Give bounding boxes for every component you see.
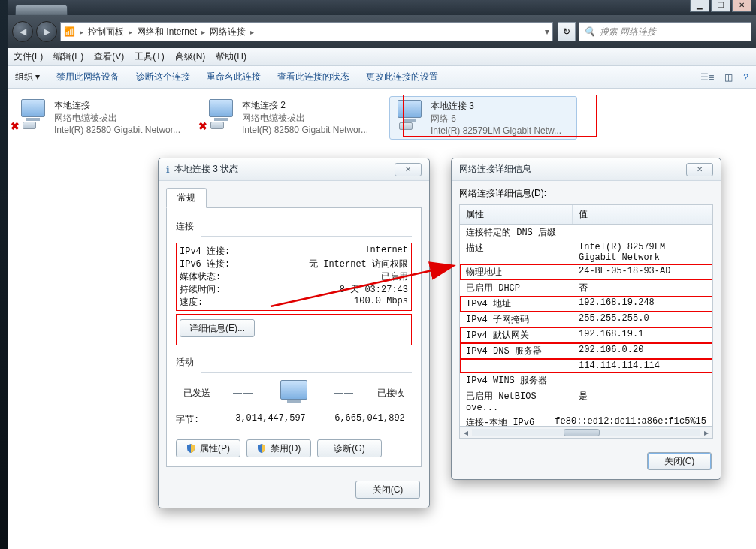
properties-button[interactable]: 属性(P) (176, 439, 240, 457)
col-value[interactable]: 值 (573, 205, 712, 224)
details-val: 24-BE-05-18-93-AD (573, 264, 712, 280)
menu-view[interactable]: 查看(V) (94, 50, 124, 63)
search-input[interactable]: 🔍 搜索 网络连接 (579, 22, 751, 41)
details-row[interactable]: IPv4 默认网关192.168.19.1 (460, 327, 712, 343)
row-val: 100.0 Mbps (270, 296, 408, 309)
details-heading: 网络连接详细信息(D): (459, 187, 713, 200)
connection-name: 本地连接 3 (431, 100, 561, 113)
tab-general[interactable]: 常规 (166, 188, 207, 208)
connection-item-selected[interactable]: 本地连接 3 网络 6 Intel(R) 82579LM Gigabit Net… (389, 96, 577, 140)
row-key: 持续时间: (180, 283, 270, 296)
connection-name: 本地连接 (54, 99, 180, 112)
horizontal-scrollbar[interactable]: ◂ ▸ (459, 427, 713, 439)
details-prop: IPv4 WINS 服务器 (460, 373, 573, 388)
close-button[interactable]: ✕ (732, 0, 751, 12)
details-prop: IPv4 DNS 服务器 (460, 343, 573, 359)
details-val: 255.255.255.0 (573, 312, 712, 327)
connection-item[interactable]: ✖ 本地连接 网络电缆被拔出 Intel(R) 82580 Gigabit Ne… (14, 96, 201, 140)
connection-status: 网络电缆被拔出 (242, 112, 368, 125)
bytes-label: 字节: (176, 413, 228, 426)
dash-icon: —— (233, 388, 254, 398)
scroll-right-icon[interactable]: ▸ (700, 427, 712, 438)
details-row[interactable]: IPv4 子网掩码255.255.255.0 (460, 312, 712, 327)
organize-button[interactable]: 组织 ▾ (15, 71, 40, 83)
dialog-titlebar[interactable]: ℹ 本地连接 3 状态 ✕ (159, 158, 429, 181)
details-row[interactable]: 连接特定的 DNS 后缀 (460, 225, 712, 240)
nav-forward-button[interactable]: ▶ (36, 21, 57, 42)
details-button[interactable]: 详细信息(E)... (180, 319, 255, 337)
menu-tools[interactable]: 工具(T) (135, 50, 164, 63)
chevron-icon: ▸ (201, 28, 205, 36)
details-row[interactable]: 物理地址24-BE-05-18-93-AD (460, 264, 712, 280)
unplugged-icon: ✖ (198, 120, 207, 132)
dialog-title: 本地连接 3 状态 (174, 163, 238, 176)
scroll-left-icon[interactable]: ◂ (460, 427, 472, 438)
details-row[interactable]: 114.114.114.114 (460, 359, 712, 373)
info-icon: ℹ (166, 164, 170, 175)
details-prop: 已启用 NetBIOS ove... (460, 388, 573, 415)
details-grid[interactable]: 连接特定的 DNS 后缀描述Intel(R) 82579LM Gigabit N… (459, 224, 713, 427)
cmd-status[interactable]: 查看此连接的状态 (277, 71, 349, 83)
activity-icon (277, 379, 311, 407)
shield-icon (186, 444, 195, 453)
details-row[interactable]: IPv4 地址192.168.19.248 (460, 296, 712, 312)
details-row[interactable]: 已启用 NetBIOS ove...是 (460, 388, 712, 415)
nav-back-button[interactable]: ◀ (12, 21, 33, 42)
connection-item[interactable]: ✖ 本地连接 2 网络电缆被拔出 Intel(R) 82580 Gigabit … (201, 96, 389, 140)
breadcrumb-item[interactable]: 网络和 Internet (137, 26, 197, 38)
address-bar: ◀ ▶ 📶 ▸ 控制面板 ▸ 网络和 Internet ▸ 网络连接 ▸ ▾ ↻… (8, 15, 756, 48)
details-row[interactable]: 描述Intel(R) 82579LM Gigabit Network (460, 240, 712, 264)
details-val (573, 225, 712, 240)
breadcrumb-item[interactable]: 网络连接 (210, 26, 246, 38)
menu-file[interactable]: 文件(F) (14, 50, 43, 63)
viewmode-button[interactable]: ☰≡ (700, 72, 714, 83)
nic-icon: ✖ (18, 99, 48, 129)
col-property[interactable]: 属性 (460, 205, 573, 224)
dropdown-icon[interactable]: ▾ (545, 26, 549, 37)
dialog-titlebar[interactable]: 网络连接详细信息 ✕ (452, 158, 721, 181)
diagnose-button[interactable]: 诊断(G) (317, 439, 382, 457)
address-input[interactable]: 📶 ▸ 控制面板 ▸ 网络和 Internet ▸ 网络连接 ▸ ▾ (60, 22, 553, 41)
row-val: 8 天 03:27:43 (270, 283, 408, 296)
menu-edit[interactable]: 编辑(E) (53, 50, 83, 63)
details-row[interactable]: 已启用 DHCP否 (460, 280, 712, 296)
details-row[interactable]: IPv4 WINS 服务器 (460, 373, 712, 388)
details-row[interactable]: 连接-本地 IPv6 地址fe80::ed12:dc11:a86e:f1c5%1… (460, 415, 712, 427)
disable-button[interactable]: 禁用(D) (246, 439, 311, 457)
tab-stub[interactable] (15, 5, 68, 15)
bytes-recv: 6,665,041,892 (328, 413, 412, 426)
details-val: 202.106.0.20 (573, 343, 712, 359)
close-button[interactable]: 关闭(C) (355, 481, 420, 499)
shield-icon (257, 444, 266, 453)
details-row[interactable]: IPv4 DNS 服务器202.106.0.20 (460, 343, 712, 359)
minimize-button[interactable]: ▁ (690, 0, 709, 12)
dialog-close-button[interactable]: ✕ (395, 163, 422, 176)
unplugged-icon: ✖ (11, 120, 20, 132)
connection-adapter: Intel(R) 82580 Gigabit Networ... (242, 125, 368, 135)
menu-advanced[interactable]: 高级(N) (175, 50, 206, 63)
breadcrumb-item[interactable]: 控制面板 (88, 26, 124, 38)
details-val: fe80::ed12:dc11:a86e:f1c5%15 (549, 415, 712, 427)
dialog-close-button[interactable]: ✕ (686, 163, 713, 176)
details-val: 否 (573, 280, 712, 296)
scroll-thumb[interactable] (564, 429, 600, 436)
preview-pane-button[interactable]: ◫ (724, 72, 733, 83)
cmd-diagnose[interactable]: 诊断这个连接 (136, 71, 190, 83)
refresh-button[interactable]: ↻ (558, 22, 576, 41)
row-key: IPv4 连接: (180, 245, 270, 258)
connection-status: 网络电缆被拔出 (54, 112, 180, 125)
help-button[interactable]: ? (743, 72, 748, 83)
details-prop: IPv4 子网掩码 (460, 312, 573, 327)
cmd-disable[interactable]: 禁用此网络设备 (56, 71, 119, 83)
close-button[interactable]: 关闭(C) (647, 452, 712, 470)
section-label: 活动 (176, 356, 412, 369)
menu-help[interactable]: 帮助(H) (216, 50, 246, 63)
details-prop: 描述 (460, 240, 573, 264)
cmd-settings[interactable]: 更改此连接的设置 (366, 71, 438, 83)
connections-list: ✖ 本地连接 网络电缆被拔出 Intel(R) 82580 Gigabit Ne… (8, 89, 756, 147)
maximize-button[interactable]: ❐ (711, 0, 730, 12)
chevron-icon: ▸ (250, 28, 254, 36)
cmd-rename[interactable]: 重命名此连接 (207, 71, 261, 83)
details-prop (460, 359, 573, 373)
chevron-icon: ▸ (80, 28, 83, 36)
